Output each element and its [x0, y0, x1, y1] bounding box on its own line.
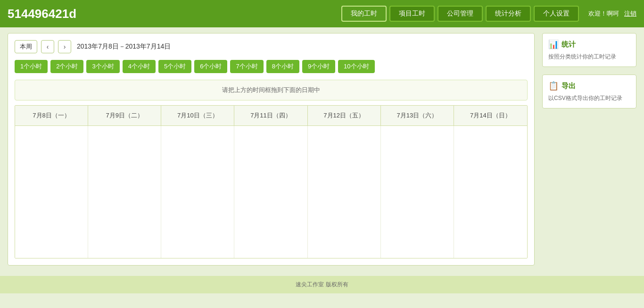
calendar-body	[15, 126, 527, 258]
calendar: 7月8日（一） 7月9日（二） 7月10日（三） 7月11日（四） 7月12日（…	[15, 105, 528, 258]
cal-cell-tue[interactable]	[88, 126, 161, 258]
cal-cell-wed[interactable]	[161, 126, 234, 258]
nav-my-hours[interactable]: 我的工时	[341, 6, 387, 22]
sidebar: 📊 统计 按照分类统计你的工时记录 📋 导出 以CSV格式导出你的工时记录	[542, 33, 636, 266]
nav-project-hours[interactable]: 项目工时	[389, 6, 435, 22]
time-block-6h[interactable]: 6个小时	[194, 60, 227, 73]
main-layout: 本周 ‹ › 2013年7月8日－2013年7月14日 1个小时 2个小时 3个…	[0, 27, 644, 271]
cal-header-sat: 7月13日（六）	[381, 106, 454, 125]
cal-header-thu: 7月11日（四）	[234, 106, 307, 125]
current-week-button[interactable]: 本周	[15, 40, 37, 53]
footer-text: 速尖工作室 版权所有	[296, 281, 348, 288]
stats-icon: 📊	[548, 39, 559, 50]
time-block-5h[interactable]: 5个小时	[158, 60, 191, 73]
time-blocks-container: 1个小时 2个小时 3个小时 4个小时 5个小时 6个小时 7个小时 8个小时 …	[15, 60, 528, 73]
next-week-button[interactable]: ›	[58, 40, 71, 53]
logo: 514496421d	[8, 7, 341, 21]
cal-header-tue: 7月9日（二）	[88, 106, 161, 125]
nav-stats[interactable]: 统计分析	[486, 6, 531, 22]
stats-title: 📊 统计	[548, 39, 630, 50]
time-block-4h[interactable]: 4个小时	[123, 60, 156, 73]
calendar-header: 7月8日（一） 7月9日（二） 7月10日（三） 7月11日（四） 7月12日（…	[15, 106, 527, 126]
cal-header-mon: 7月8日（一）	[15, 106, 88, 125]
stats-desc: 按照分类统计你的工时记录	[548, 52, 630, 61]
export-label: 导出	[561, 82, 576, 91]
logout-link[interactable]: 注销	[624, 10, 636, 17]
stats-card[interactable]: 📊 统计 按照分类统计你的工时记录	[542, 33, 636, 67]
prev-week-button[interactable]: ‹	[41, 40, 54, 53]
export-icon: 📋	[548, 81, 559, 91]
time-block-9h[interactable]: 9个小时	[302, 60, 335, 73]
cal-cell-thu[interactable]	[234, 126, 307, 258]
user-info: 欢迎！啊呵 注销	[588, 9, 636, 18]
cal-header-sun: 7月14日（日）	[454, 106, 527, 125]
nav-settings[interactable]: 个人设置	[534, 6, 579, 22]
content-panel: 本周 ‹ › 2013年7月8日－2013年7月14日 1个小时 2个小时 3个…	[8, 33, 535, 266]
time-block-2h[interactable]: 2个小时	[50, 60, 83, 73]
cal-header-fri: 7月12日（五）	[308, 106, 381, 125]
instruction-bar: 请把上方的时间框拖到下面的日期中	[15, 80, 528, 100]
welcome-text: 欢迎！啊呵	[588, 10, 619, 17]
time-block-1h[interactable]: 1个小时	[15, 60, 48, 73]
cal-cell-sat[interactable]	[381, 126, 454, 258]
cal-cell-fri[interactable]	[308, 126, 381, 258]
time-block-8h[interactable]: 8个小时	[266, 60, 299, 73]
nav: 我的工时 项目工时 公司管理 统计分析 个人设置	[341, 6, 579, 22]
cal-header-wed: 7月10日（三）	[161, 106, 234, 125]
export-desc: 以CSV格式导出你的工时记录	[548, 94, 630, 102]
export-title: 📋 导出	[548, 81, 630, 91]
cal-cell-mon[interactable]	[15, 126, 88, 258]
cal-cell-sun[interactable]	[454, 126, 527, 258]
footer: 速尖工作室 版权所有	[0, 276, 644, 293]
week-range-label: 2013年7月8日－2013年7月14日	[77, 42, 171, 51]
week-navigation: 本周 ‹ › 2013年7月8日－2013年7月14日	[15, 40, 528, 53]
time-block-7h[interactable]: 7个小时	[230, 60, 263, 73]
nav-company[interactable]: 公司管理	[438, 6, 483, 22]
stats-label: 统计	[561, 40, 576, 49]
header: 514496421d 我的工时 项目工时 公司管理 统计分析 个人设置 欢迎！啊…	[0, 0, 644, 27]
time-block-10h[interactable]: 10个小时	[338, 60, 374, 73]
export-card[interactable]: 📋 导出 以CSV格式导出你的工时记录	[542, 75, 636, 108]
time-block-3h[interactable]: 3个小时	[86, 60, 119, 73]
